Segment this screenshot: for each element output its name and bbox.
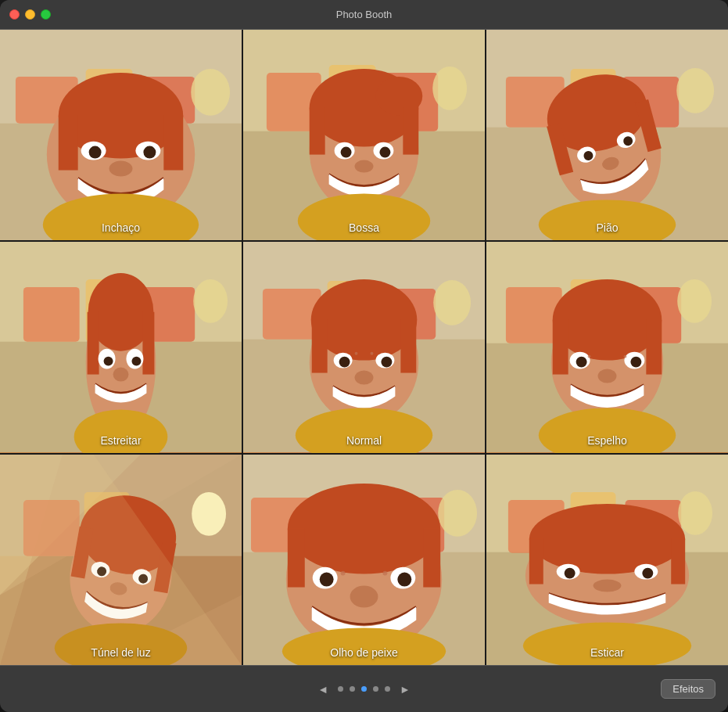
effect-preview-estreitar (0, 242, 242, 452)
svg-rect-58 (142, 312, 154, 375)
effect-cell-bossa[interactable]: Bossa (243, 30, 485, 240)
svg-rect-73 (312, 320, 328, 373)
svg-point-30 (379, 147, 390, 158)
svg-point-63 (113, 368, 129, 382)
svg-rect-74 (400, 320, 416, 373)
effect-cell-esticar[interactable]: Esticar (486, 455, 728, 665)
svg-point-153 (565, 567, 576, 578)
svg-point-76 (355, 352, 358, 355)
effect-cell-olho-de-peixe[interactable]: Olho de peixe (243, 455, 485, 665)
next-page-button[interactable]: ► (396, 680, 414, 699)
svg-point-128 (438, 490, 477, 537)
svg-point-148 (529, 504, 685, 574)
effect-preview-olho-de-peixe (243, 455, 485, 665)
svg-point-97 (576, 357, 587, 368)
svg-point-139 (382, 570, 387, 575)
effects-grid: Inchaço (0, 30, 728, 665)
svg-point-14 (109, 161, 133, 177)
svg-point-92 (553, 279, 662, 361)
pagination: ◄ ► (314, 680, 414, 699)
effect-preview-inchaco (0, 30, 242, 240)
minimize-button[interactable] (25, 9, 35, 20)
svg-point-138 (341, 570, 346, 575)
page-dot-2[interactable] (350, 686, 355, 692)
effect-preview-bossa (243, 30, 485, 240)
svg-point-155 (594, 579, 622, 592)
effect-preview-esticar (486, 455, 728, 665)
svg-point-90 (677, 279, 712, 323)
svg-rect-150 (671, 538, 685, 584)
svg-point-21 (432, 67, 467, 110)
svg-point-31 (355, 160, 374, 173)
page-dot-5[interactable] (385, 686, 390, 692)
svg-point-62 (131, 357, 141, 366)
effect-preview-normal (243, 242, 485, 452)
effect-cell-estreitar[interactable]: Estreitar (0, 242, 242, 452)
effect-cell-normal[interactable]: Normal (243, 242, 485, 452)
svg-rect-25 (310, 108, 325, 155)
svg-point-70 (433, 280, 471, 325)
svg-point-130 (288, 484, 440, 574)
svg-point-38 (676, 68, 714, 113)
svg-rect-93 (553, 320, 568, 375)
app-window: Photo Booth (0, 0, 728, 712)
svg-point-100 (588, 355, 591, 358)
svg-point-61 (104, 357, 113, 366)
toolbar: ◄ ► Efeitos (0, 665, 728, 712)
svg-rect-57 (88, 312, 99, 375)
svg-point-146 (678, 491, 712, 535)
svg-point-29 (341, 147, 352, 158)
window-title: Photo Booth (336, 9, 393, 20)
effect-cell-espelho[interactable]: Espelho (486, 242, 728, 452)
svg-point-101 (623, 355, 626, 358)
svg-rect-9 (163, 116, 183, 171)
svg-point-154 (642, 567, 653, 578)
maximize-button[interactable] (41, 9, 51, 20)
svg-point-54 (193, 279, 228, 323)
svg-point-99 (598, 369, 617, 383)
svg-point-82 (381, 357, 392, 368)
svg-point-137 (350, 585, 378, 607)
effect-cell-inchaco[interactable]: Inchaço (0, 30, 242, 240)
svg-rect-51 (23, 287, 80, 342)
svg-point-83 (355, 371, 374, 385)
close-button[interactable] (9, 9, 20, 20)
svg-point-12 (89, 146, 102, 159)
svg-rect-132 (423, 528, 440, 587)
effect-cell-tunel-de-luz[interactable]: Túnel de luz (0, 455, 242, 665)
page-dot-1[interactable] (338, 686, 343, 692)
svg-point-78 (370, 352, 373, 355)
prev-page-button[interactable]: ◄ (314, 680, 332, 699)
svg-rect-26 (403, 108, 418, 155)
svg-point-98 (630, 357, 641, 368)
svg-point-111 (192, 492, 226, 536)
svg-point-81 (339, 357, 350, 368)
page-dot-3[interactable] (361, 686, 367, 692)
traffic-lights (9, 9, 51, 20)
titlebar: Photo Booth (0, 0, 728, 30)
svg-rect-8 (59, 116, 78, 171)
svg-rect-131 (288, 528, 305, 587)
svg-rect-149 (529, 538, 543, 584)
effect-preview-tunel-de-luz (0, 455, 242, 665)
svg-rect-94 (646, 320, 662, 375)
page-dot-4[interactable] (373, 686, 378, 692)
effects-button[interactable]: Efeitos (661, 679, 715, 699)
svg-point-5 (191, 69, 230, 116)
svg-point-13 (143, 146, 156, 159)
effect-preview-espelho (486, 242, 728, 452)
svg-point-135 (320, 572, 334, 586)
effect-cell-piao[interactable]: Pião (486, 30, 728, 240)
effect-preview-piao (486, 30, 728, 240)
svg-point-136 (397, 572, 411, 586)
